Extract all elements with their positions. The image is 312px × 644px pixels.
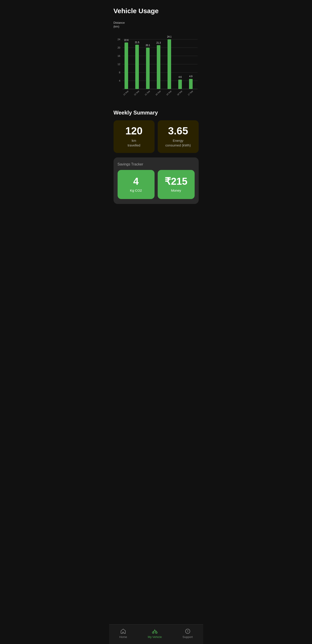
money-value: ₹215	[165, 176, 187, 186]
km-label: kmtravelled	[128, 138, 140, 148]
svg-rect-13	[124, 42, 128, 89]
svg-text:23 Sep: 23 Sep	[123, 90, 129, 96]
nav-home[interactable]: Home	[115, 627, 132, 640]
svg-text:?: ?	[187, 630, 188, 633]
co2-card: 4 Kg CO2	[118, 170, 154, 199]
svg-rect-31	[189, 79, 193, 89]
support-icon: ?	[185, 628, 191, 634]
energy-label: Energyconsumed (kWh)	[165, 138, 191, 148]
nav-support[interactable]: ? Support	[178, 627, 197, 640]
weekly-summary-section: Weekly Summary 120 kmtravelled 3.65 Ener…	[113, 110, 199, 153]
svg-text:16: 16	[117, 54, 120, 57]
svg-rect-25	[168, 39, 171, 89]
svg-text:21.3: 21.3	[156, 42, 161, 44]
bottom-nav: Home My Vehicle ? Support	[109, 624, 203, 644]
svg-rect-19	[146, 48, 150, 89]
svg-text:21.5: 21.5	[135, 41, 139, 44]
svg-rect-28	[178, 80, 182, 89]
nav-vehicle[interactable]: My Vehicle	[143, 627, 167, 640]
vehicle-icon	[152, 628, 158, 634]
energy-card: 3.65 Energyconsumed (kWh)	[158, 120, 199, 153]
vehicle-label: My Vehicle	[148, 635, 162, 639]
svg-text:17 Sep: 17 Sep	[187, 90, 193, 96]
svg-text:20.1: 20.1	[145, 44, 150, 46]
svg-text:4.6: 4.6	[179, 76, 182, 78]
savings-section: Savings Tracker 4 Kg CO2 ₹215 Money	[113, 158, 199, 204]
svg-text:4: 4	[119, 80, 120, 82]
home-label: Home	[119, 635, 127, 639]
money-card: ₹215 Money	[158, 170, 195, 199]
savings-cards: 4 Kg CO2 ₹215 Money	[118, 170, 195, 199]
home-icon	[120, 628, 126, 634]
svg-text:20 Sep: 20 Sep	[155, 90, 161, 96]
svg-rect-22	[157, 45, 160, 89]
support-label: Support	[183, 635, 193, 639]
savings-title: Savings Tracker	[118, 162, 195, 166]
summary-cards: 120 kmtravelled 3.65 Energyconsumed (kWh…	[113, 120, 199, 153]
chart-svg: 4 8 12 16 20 24	[113, 31, 199, 102]
km-card: 120 kmtravelled	[113, 120, 154, 153]
chart-section: Distance (km) 4 8	[113, 21, 199, 102]
svg-text:24.1: 24.1	[167, 36, 172, 38]
svg-rect-16	[135, 45, 139, 89]
co2-value: 4	[133, 176, 139, 186]
svg-text:19 Sep: 19 Sep	[166, 90, 172, 96]
svg-text:22.6: 22.6	[124, 39, 128, 41]
axis-label: Distance (km)	[113, 21, 199, 28]
svg-text:4.9: 4.9	[189, 75, 192, 78]
svg-text:21 Sep: 21 Sep	[144, 90, 150, 96]
co2-label: Kg CO2	[130, 188, 142, 192]
energy-value: 3.65	[168, 126, 188, 136]
weekly-summary-title: Weekly Summary	[113, 110, 199, 116]
bar-chart: 4 8 12 16 20 24	[113, 31, 199, 102]
svg-text:22 Sep: 22 Sep	[133, 90, 139, 96]
svg-text:20: 20	[117, 46, 120, 49]
svg-text:12: 12	[117, 63, 120, 66]
page-title: Vehicle Usage	[113, 7, 199, 15]
svg-point-36	[154, 630, 155, 630]
km-value: 120	[125, 126, 143, 136]
svg-text:24: 24	[117, 38, 120, 41]
svg-text:18 Sep: 18 Sep	[177, 90, 183, 96]
money-label: Money	[171, 188, 181, 192]
svg-text:8: 8	[119, 71, 120, 74]
